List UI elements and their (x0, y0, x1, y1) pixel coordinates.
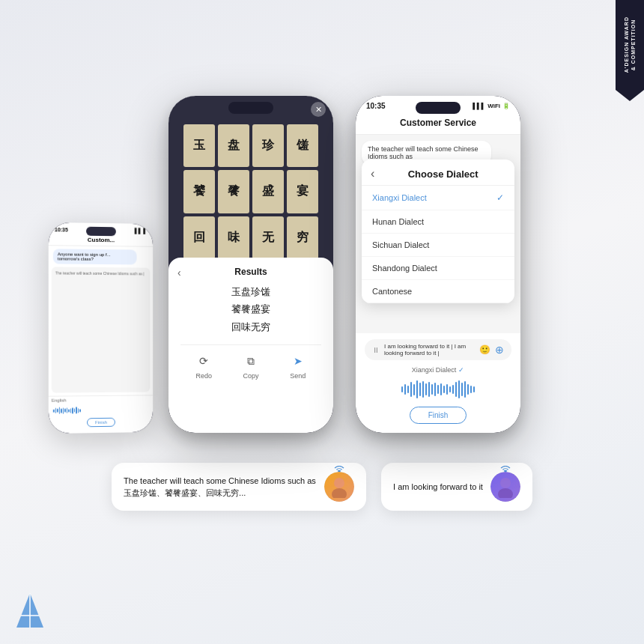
small-notch (86, 227, 116, 237)
small-finish-btn[interactable]: Finish (87, 418, 115, 428)
a-logo (15, 592, 45, 629)
copy-icon: ⧉ (243, 353, 259, 369)
right-main-phone: 10:35 ▌▌▌ WiFi 🔋 Customer Service (356, 96, 520, 433)
small-status-icons: ▌▌ ▌ (135, 228, 148, 234)
phones-row: 10:35 ▌▌ ▌ Custom... Anyone want to sign… (124, 96, 520, 433)
ocr-cell-1: 玉 (183, 124, 215, 167)
right-time: 10:35 (366, 102, 386, 110)
svg-point-4 (500, 478, 511, 488)
left-main-notch (228, 102, 273, 114)
left-bg-phone: 10:35 ▌▌ ▌ Custom... Anyone want to sign… (49, 222, 153, 434)
award-triangle (616, 90, 644, 101)
close-button[interactable]: ✕ (311, 102, 326, 117)
left-avatar-container (324, 472, 354, 502)
voice-input-text: I am looking forward to it | I am lookin… (384, 343, 475, 356)
dialect-label: Xiangxi Dialect ✓ (365, 366, 511, 374)
results-actions: ⟳ Redo ⧉ Copy ➤ Send (180, 344, 321, 380)
small-input-text: The teacher will teach some Chinese Idio… (54, 269, 148, 277)
ocr-cell-5: 饕 (183, 170, 215, 213)
dialect-item-3[interactable]: Shandong Dialect (362, 257, 514, 280)
ocr-cell-7: 盛 (252, 170, 284, 213)
ocr-cell-9: 回 (183, 216, 215, 259)
right-chat-header: Customer Service (356, 113, 520, 135)
right-status-icons: ▌▌▌ WiFi 🔋 (473, 103, 510, 109)
send-button[interactable]: ➤ Send (290, 353, 306, 380)
ocr-cell-11: 无 (252, 216, 284, 259)
left-main-screen: ✕ 玉 盘 珍 馐 饕 餮 盛 宴 回 味 (168, 96, 333, 433)
award-text: A'DESIGN AWARD& COMPETITION (623, 16, 637, 73)
small-bubble: Anyone want to sign up f... tomorrow's c… (53, 249, 137, 264)
left-caption-text: The teacher will teach some Chinese Idio… (124, 475, 317, 499)
dialect-back-button[interactable]: ‹ (371, 167, 374, 180)
small-screen: 10:35 ▌▌ ▌ Custom... Anyone want to sign… (49, 222, 153, 434)
main-content: 10:35 ▌▌ ▌ Custom... Anyone want to sign… (0, 0, 644, 644)
left-main-phone: ✕ 玉 盘 珍 馐 饕 餮 盛 宴 回 味 (168, 96, 333, 433)
captions-row: The teacher will teach some Chinese Idio… (30, 463, 614, 511)
small-language: English (52, 398, 67, 402)
right-main-screen: 10:35 ▌▌▌ WiFi 🔋 Customer Service (356, 96, 520, 433)
send-icon: ➤ (290, 353, 306, 369)
svg-point-2 (332, 488, 347, 498)
voice-waveform-large (365, 378, 511, 401)
svg-point-1 (334, 478, 344, 488)
voice-input-area: ⏸ I am looking forward to it | I am look… (356, 333, 520, 433)
redo-icon: ⟳ (195, 353, 212, 369)
left-caption: The teacher will teach some Chinese Idio… (112, 463, 366, 511)
dialect-check-0: ✓ (496, 192, 504, 203)
dialect-item-1[interactable]: Hunan Dialect (362, 210, 514, 234)
right-main-notch (416, 102, 461, 114)
chat-header-title: Customer Service (365, 118, 511, 128)
ocr-cell-10: 味 (218, 216, 249, 259)
ocr-cell-3: 珍 (252, 124, 284, 167)
ocr-cell-2: 盘 (218, 124, 249, 167)
results-panel: ‹ Results 玉盘珍馐 饕餮盛宴 回味无穷 ⟳ Redo (168, 258, 333, 433)
results-title: Results (180, 267, 321, 277)
emoji-icon[interactable]: 🙂 (479, 344, 490, 355)
voice-input-row: ⏸ I am looking forward to it | I am look… (365, 339, 511, 360)
results-back-button[interactable]: ‹ (177, 267, 181, 279)
right-phone-group: 10:35 ▌▌▌ WiFi 🔋 Customer Service (356, 96, 520, 433)
add-icon[interactable]: ⊕ (495, 344, 504, 356)
ocr-cell-12: 穷 (287, 216, 318, 259)
pause-icon[interactable]: ⏸ (372, 346, 380, 354)
svg-point-5 (498, 488, 513, 498)
dialect-header: ‹ Choose Dialect (362, 160, 514, 186)
small-waveform (49, 403, 153, 417)
dialect-overlay: ‹ Choose Dialect Xiangxi Dialect ✓ Hunan… (362, 160, 514, 303)
dialect-item-0[interactable]: Xiangxi Dialect ✓ (362, 186, 514, 210)
right-caption: I am looking forward to it (381, 463, 532, 511)
copy-button[interactable]: ⧉ Copy (243, 353, 259, 380)
ocr-cell-4: 馐 (287, 124, 318, 167)
redo-button[interactable]: ⟳ Redo (195, 353, 212, 380)
dialect-item-4[interactable]: Cantonese (362, 280, 514, 303)
dialect-item-2[interactable]: Sichuan Dialect (362, 234, 514, 257)
right-avatar-container (490, 472, 520, 502)
left-avatar (324, 472, 354, 502)
ocr-cell-6: 餮 (218, 170, 249, 213)
dialect-check-icon: ✓ (458, 366, 464, 374)
finish-button[interactable]: Finish (410, 407, 467, 424)
left-phone-group: 10:35 ▌▌ ▌ Custom... Anyone want to sign… (124, 96, 333, 433)
right-caption-text: I am looking forward to it (393, 481, 483, 493)
ocr-cell-8: 宴 (287, 170, 318, 213)
award-badge: A'DESIGN AWARD& COMPETITION (616, 0, 644, 90)
results-text: 玉盘珍馐 饕餮盛宴 回味无穷 (180, 283, 321, 335)
right-avatar (490, 472, 520, 502)
small-time: 10:35 (55, 227, 68, 232)
dialect-title: Choose Dialect (380, 168, 505, 180)
